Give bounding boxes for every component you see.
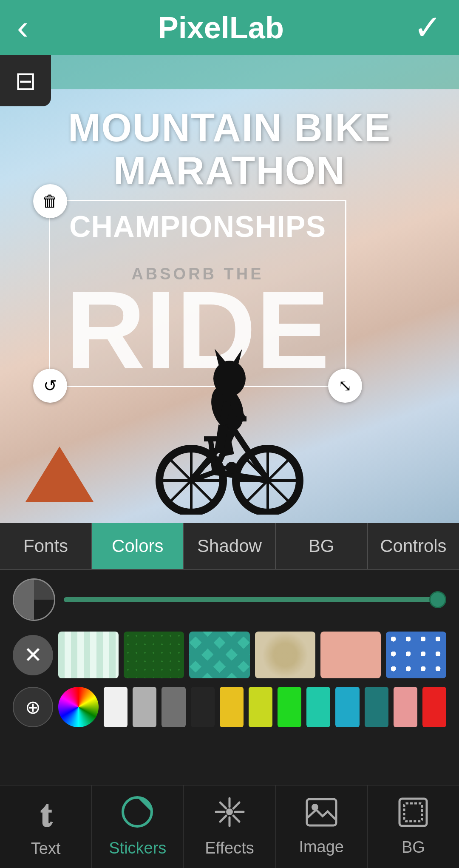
biker-silhouette xyxy=(149,336,310,515)
svg-line-37 xyxy=(220,816,226,822)
resize-icon: ⤡ xyxy=(338,376,352,395)
tabs-row: Fonts Colors Shadow BG Controls xyxy=(0,523,459,570)
color-white[interactable] xyxy=(104,687,128,727)
opacity-indicator xyxy=(13,578,55,621)
bottom-navigation: 𝐭 Text Stickers Effec xyxy=(0,785,459,868)
rotate-icon: ↺ xyxy=(43,376,57,395)
effects-icon xyxy=(214,796,246,835)
swatch-stripes[interactable] xyxy=(58,632,119,678)
color-green[interactable] xyxy=(278,687,301,727)
nav-image[interactable]: Image xyxy=(276,785,368,868)
canvas-title-text: MOUNTAIN BIKE MARATHON xyxy=(0,106,459,192)
nav-stickers[interactable]: Stickers xyxy=(92,785,184,868)
tent-shape xyxy=(26,447,94,502)
color-cyan[interactable] xyxy=(335,687,359,727)
header: ‹ PixelLab ✓ xyxy=(0,0,459,55)
color-wheel-button[interactable] xyxy=(58,687,99,727)
swatch-salmon[interactable] xyxy=(320,632,381,678)
svg-line-15 xyxy=(210,438,215,472)
swatch-green[interactable] xyxy=(124,632,184,678)
swatch-beige[interactable] xyxy=(255,632,315,678)
svg-line-35 xyxy=(233,816,239,822)
rotate-handle[interactable]: ↺ xyxy=(33,369,67,403)
svg-rect-42 xyxy=(404,803,422,821)
tab-shadow[interactable]: Shadow xyxy=(184,523,275,569)
bg-label: BG xyxy=(402,838,425,857)
color-teal[interactable] xyxy=(306,687,330,727)
nav-effects[interactable]: Effects xyxy=(184,785,275,868)
color-red[interactable] xyxy=(422,687,446,727)
nav-text[interactable]: 𝐭 Text xyxy=(0,785,92,868)
confirm-button[interactable]: ✓ xyxy=(414,11,442,45)
swatch-teal-diamonds[interactable] xyxy=(189,632,249,678)
color-light-gray[interactable] xyxy=(133,687,156,727)
swatch-blue-dots[interactable] xyxy=(386,632,446,678)
tab-colors[interactable]: Colors xyxy=(92,523,184,569)
tab-controls[interactable]: Controls xyxy=(368,523,459,569)
colors-panel: ✕ ⊕ xyxy=(0,570,459,808)
color-palette-row: ⊕ xyxy=(8,687,450,727)
bg-icon xyxy=(398,797,428,834)
resize-handle[interactable]: ⤡ xyxy=(328,369,362,403)
layers-icon: ⊟ xyxy=(15,66,36,96)
color-yellow[interactable] xyxy=(220,687,244,727)
line1: MOUNTAIN BIKE xyxy=(0,106,459,149)
opacity-row xyxy=(8,578,450,621)
eyedropper-icon: ⊕ xyxy=(25,696,41,718)
canvas-green-stripe xyxy=(0,55,459,89)
svg-rect-41 xyxy=(400,799,427,826)
color-dark[interactable] xyxy=(191,687,215,727)
opacity-thumb[interactable] xyxy=(429,591,446,608)
text-icon: 𝐭 xyxy=(40,796,51,835)
opacity-slider[interactable] xyxy=(64,597,446,602)
svg-point-38 xyxy=(226,808,233,815)
image-label: Image xyxy=(299,838,344,856)
back-button[interactable]: ‹ xyxy=(17,11,28,45)
stickers-icon xyxy=(122,796,153,835)
svg-line-25 xyxy=(219,425,223,453)
color-salmon[interactable] xyxy=(394,687,417,727)
trash-icon: 🗑 xyxy=(42,192,58,211)
svg-point-26 xyxy=(213,361,246,396)
svg-line-23 xyxy=(223,402,227,421)
close-icon: ✕ xyxy=(24,642,42,668)
clear-button[interactable]: ✕ xyxy=(13,635,53,675)
svg-line-34 xyxy=(220,803,226,808)
color-yellow-green[interactable] xyxy=(249,687,272,727)
app-title: PixelLab xyxy=(158,10,284,45)
color-gray[interactable] xyxy=(162,687,185,727)
line2: MARATHON xyxy=(0,149,459,192)
svg-rect-39 xyxy=(307,799,336,825)
championships-text: CHAMPIONSHIPS xyxy=(50,201,345,244)
delete-handle[interactable]: 🗑 xyxy=(33,184,67,218)
tab-fonts[interactable]: Fonts xyxy=(0,523,92,569)
nav-bg[interactable]: BG xyxy=(368,785,459,868)
text-label: Text xyxy=(31,840,61,858)
color-dark-teal[interactable] xyxy=(365,687,388,727)
svg-line-36 xyxy=(233,803,239,808)
eyedropper-button[interactable]: ⊕ xyxy=(13,687,53,727)
stickers-label: Stickers xyxy=(109,839,166,857)
layers-button[interactable]: ⊟ xyxy=(0,55,51,106)
pattern-swatches-row: ✕ xyxy=(8,632,450,678)
effects-label: Effects xyxy=(205,839,254,857)
canvas-area: MOUNTAIN BIKE MARATHON CHAMPIONSHIPS ABS… xyxy=(0,55,459,523)
image-icon xyxy=(306,798,337,834)
tab-bg[interactable]: BG xyxy=(276,523,368,569)
